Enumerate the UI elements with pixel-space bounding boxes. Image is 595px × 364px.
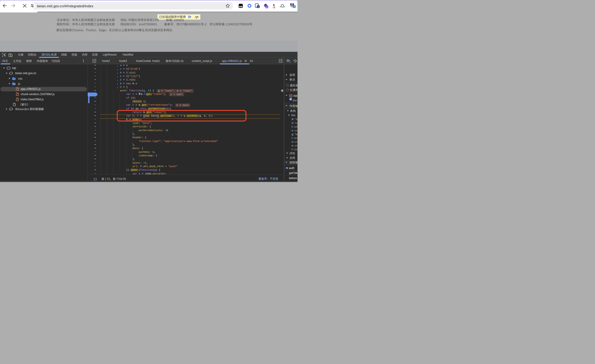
svg-text:1: 1 — [258, 6, 259, 8]
svg-text:4: 4 — [266, 6, 267, 8]
svg-text:2: 2 — [294, 5, 295, 8]
svg-text:¶: ¶ — [273, 4, 275, 7]
